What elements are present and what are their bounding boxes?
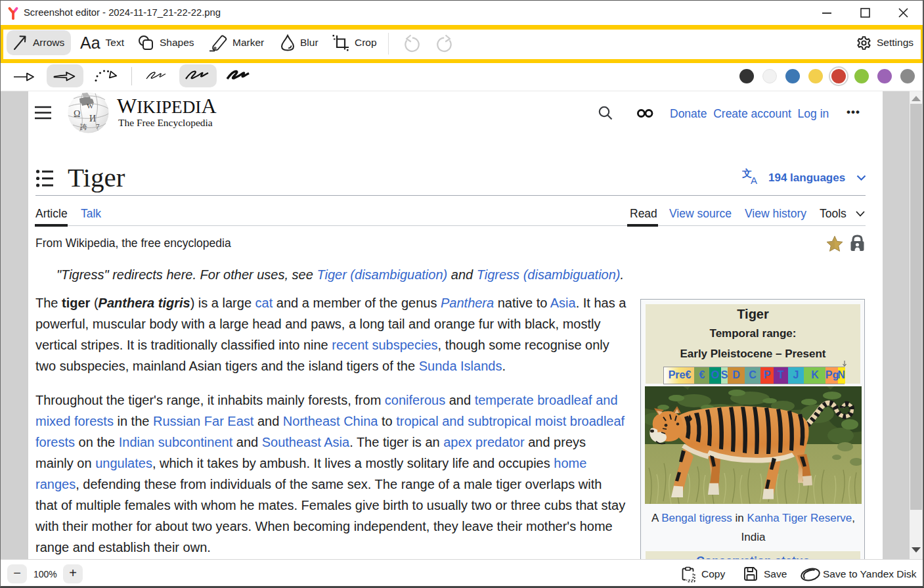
svg-text:И: И (89, 114, 96, 124)
svg-text:7: 7 (96, 122, 100, 130)
svg-text:W: W (87, 102, 94, 110)
svg-text:誇: 誇 (80, 123, 87, 131)
svg-text:A: A (751, 175, 757, 185)
svg-text:Ω: Ω (74, 109, 80, 119)
